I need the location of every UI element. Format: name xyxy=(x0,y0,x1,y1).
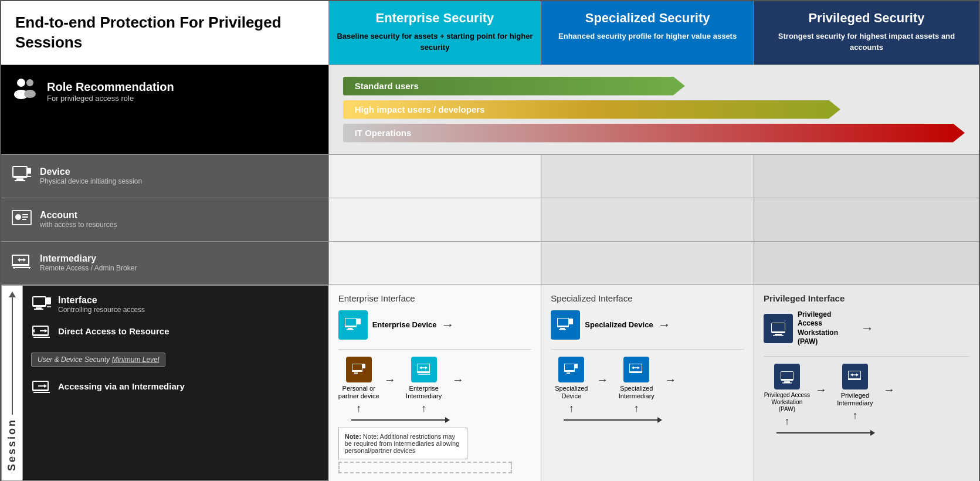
privileged-accessing-section: Privileged Access Workstation (PAW) ↑ → xyxy=(764,364,969,436)
specialized-intermediary-label: Specialized Intermediary xyxy=(613,385,660,400)
privileged-label: Privileged Security xyxy=(761,11,972,26)
svg-rect-45 xyxy=(357,319,361,324)
personal-device-label: Personal or partner device xyxy=(338,385,379,400)
svg-rect-60 xyxy=(569,319,573,324)
privileged-intermediary-label: Privileged Intermediary xyxy=(832,392,879,407)
svg-rect-43 xyxy=(348,328,352,329)
device-subtitle: Physical device initiating session xyxy=(40,177,142,185)
personal-device-icon xyxy=(346,357,372,382)
specialized-arrow-right: → xyxy=(658,317,671,333)
svg-point-3 xyxy=(24,90,36,98)
svg-rect-72 xyxy=(775,334,782,335)
enterprise-label: Enterprise Security xyxy=(336,11,534,26)
spec-flow-arrow1: → xyxy=(596,373,608,387)
specialized-interface-cell: Specialized Interface Specialized Device… xyxy=(541,284,754,481)
arrow-it-ops: IT Operations xyxy=(343,124,965,143)
specialized-device-label: Specialized Device xyxy=(585,320,653,329)
svg-rect-42 xyxy=(345,319,356,326)
spec-bottom-line xyxy=(564,419,657,421)
role-title: Role Recommendation xyxy=(47,80,174,94)
dashed-indicator xyxy=(338,462,513,473)
enterprise-device-icon xyxy=(338,310,368,340)
bottom-flow-line xyxy=(351,419,445,421)
accessing-via-icon xyxy=(31,376,52,397)
account-specialized-cell xyxy=(541,198,754,241)
svg-rect-59 xyxy=(559,329,566,330)
svg-rect-44 xyxy=(347,329,354,330)
arrow-standard: Standard users xyxy=(343,77,685,96)
accessing-via-text: Accessing via an Intermediary xyxy=(58,381,185,391)
account-icon xyxy=(11,206,33,233)
intermediary-cell: Intermediary Remote Access / Admin Broke… xyxy=(1,241,328,284)
account-privileged-cell xyxy=(754,198,979,241)
privileged-header: Privileged Security Strongest security f… xyxy=(754,1,979,65)
role-left-cell: Role Recommendation For privileged acces… xyxy=(1,65,328,154)
enterprise-device-label: Enterprise Device xyxy=(372,320,437,329)
session-line xyxy=(12,297,13,415)
priv-flow-arrow2: → xyxy=(883,383,895,397)
enterprise-intermediary-label: Enterprise Intermediary xyxy=(401,385,447,400)
account-enterprise-cell xyxy=(328,198,541,241)
svg-rect-28 xyxy=(46,297,51,304)
enterprise-desc: Baseline security for assets + starting … xyxy=(337,32,533,52)
spec-device2-label: Specialized Device xyxy=(551,385,592,400)
spec-up-arrow2: ↑ xyxy=(634,402,639,415)
main-title: End-to-end Protection For Privileged Ses… xyxy=(15,13,314,53)
svg-rect-7 xyxy=(15,180,25,181)
svg-rect-48 xyxy=(354,372,358,374)
interface-title: Interface xyxy=(58,295,145,306)
interface-icon xyxy=(31,294,52,315)
bottom-flow-arrowhead xyxy=(445,417,450,423)
interface-content-left: Interface Controlling resource access xyxy=(23,285,328,480)
svg-rect-73 xyxy=(773,335,784,336)
svg-rect-62 xyxy=(565,364,574,370)
specialized-desc: Enhanced security profile for higher val… xyxy=(558,32,737,40)
svg-rect-47 xyxy=(352,364,362,370)
paw-arrow-right: → xyxy=(861,321,874,336)
svg-point-12 xyxy=(15,214,21,220)
enterprise-accessing-section: Personal or partner device ↑ → xyxy=(338,357,532,473)
specialized-accessing-section: Specialized Device ↑ → xyxy=(551,357,744,423)
svg-rect-63 xyxy=(567,372,570,374)
spec-flow-arrow2: → xyxy=(664,373,676,387)
specialized-label: Specialized Security xyxy=(548,11,747,26)
specialized-separator xyxy=(551,349,744,350)
session-col: Session xyxy=(2,285,23,480)
specialized-device-icon xyxy=(551,310,580,340)
session-arrow-up xyxy=(9,292,16,297)
privileged-interface-cell: Privileged Interface Privileged Access W… xyxy=(754,284,979,481)
svg-rect-75 xyxy=(781,372,793,379)
svg-rect-64 xyxy=(575,364,578,368)
privileged-intermediary-icon xyxy=(842,364,868,389)
min-level-badge: User & Device Security Minimum Level xyxy=(31,353,165,367)
svg-rect-15 xyxy=(22,219,26,220)
paw2-label: Privileged Access Workstation (PAW) xyxy=(764,392,811,413)
privileged-interface-title: Privileged Interface xyxy=(764,293,969,303)
personal-up-arrow: ↑ xyxy=(356,402,361,415)
priv-up-arrow1: ↑ xyxy=(784,415,789,428)
direct-access-icon xyxy=(31,321,52,342)
role-arrows-cell: Standard users High impact users / devel… xyxy=(328,65,979,154)
account-cell: Account with access to resources xyxy=(1,198,328,241)
enterprise-arrow-right: → xyxy=(442,317,455,333)
spec-up-arrow1: ↑ xyxy=(569,402,574,415)
privileged-separator xyxy=(764,356,969,357)
intermediary-privileged-cell xyxy=(754,241,979,284)
paw-device-icon xyxy=(764,314,793,343)
device-title: Device xyxy=(40,167,142,177)
role-icon xyxy=(11,74,40,109)
enterprise-int-up-arrow: ↑ xyxy=(421,402,426,415)
svg-point-0 xyxy=(17,79,25,87)
paw-label: Privileged Access Workstation (PAW) xyxy=(798,310,856,347)
flow-arrow-2: → xyxy=(452,373,464,387)
spec-bottom-arrow xyxy=(657,417,662,423)
svg-rect-57 xyxy=(558,319,568,326)
intermediary-specialized-cell xyxy=(541,241,754,284)
device-privileged-cell xyxy=(754,154,979,198)
svg-rect-76 xyxy=(784,381,790,382)
svg-rect-71 xyxy=(772,323,785,331)
account-title: Account xyxy=(40,210,117,221)
priv-up-arrow2: ↑ xyxy=(852,409,857,422)
direct-access-text: Direct Access to Resource xyxy=(58,326,169,336)
priv-bottom-arrow xyxy=(870,430,875,436)
